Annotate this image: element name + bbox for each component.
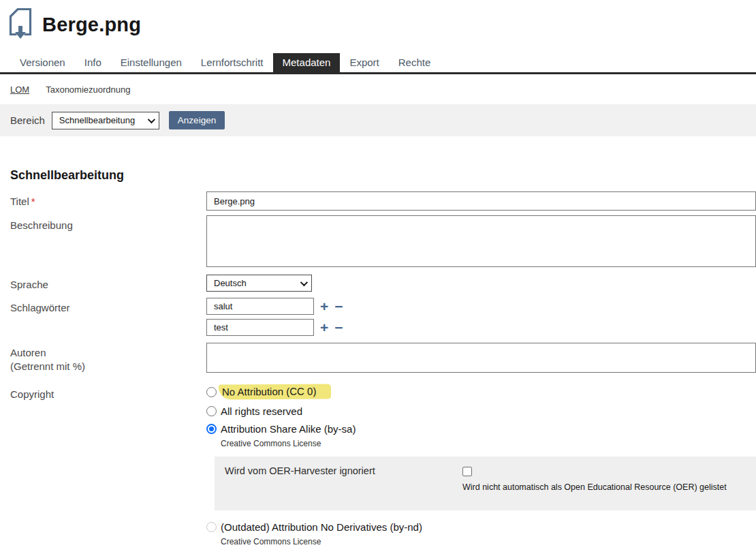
- sprache-label: Sprache: [0, 275, 206, 292]
- page-header: Berge.png: [0, 0, 756, 42]
- cc-license-note: Creative Commons License: [221, 537, 756, 546]
- remove-keyword-minus-icon[interactable]: −: [334, 300, 343, 313]
- sprache-select[interactable]: Deutsch: [206, 275, 312, 292]
- radio-by-sa[interactable]: [206, 424, 217, 434]
- form-row-beschreibung: Beschreibung: [0, 215, 756, 270]
- copyright-option-by-sa: Attribution Share Alike (by-sa): [206, 423, 756, 435]
- oer-harvester-control: Wird nicht automatisch als Open Educatio…: [462, 465, 727, 492]
- tab-info[interactable]: Info: [75, 53, 111, 72]
- cc-license-note: Creative Commons License: [221, 439, 756, 448]
- autoren-label: Autoren (Getrennt mit %): [0, 343, 206, 373]
- option-label[interactable]: All rights reserved: [221, 405, 302, 417]
- page-title: Berge.png: [42, 14, 141, 36]
- required-asterisk: *: [31, 196, 35, 207]
- tab-bar: Versionen Info Einstellungen Lernfortsch…: [0, 53, 756, 74]
- tab-lernfortschritt[interactable]: Lernfortschritt: [191, 53, 273, 72]
- bereich-select[interactable]: Schnellbearbeitung: [52, 112, 159, 129]
- beschreibung-textarea[interactable]: [206, 215, 756, 267]
- keyword-input-2[interactable]: [206, 319, 314, 336]
- keyword-line: + −: [206, 298, 756, 315]
- subtab-taxonomiezuordnung[interactable]: Taxonomiezuordnung: [46, 84, 130, 95]
- subtab-lom[interactable]: LOM: [10, 84, 29, 95]
- option-label[interactable]: Attribution Share Alike (by-sa): [221, 423, 356, 435]
- oer-harvester-label: Wird vom OER-Harvester ignoriert: [225, 465, 462, 492]
- highlighted-option-label[interactable]: No Attribution (CC 0): [219, 384, 332, 399]
- copyright-option-by-nd: (Outdated) Attribution No Derivatives (b…: [206, 521, 756, 533]
- autoren-sublabel: (Getrennt mit %): [10, 360, 200, 373]
- titel-input[interactable]: [206, 191, 756, 211]
- schlagwoerter-label: Schlagwörter: [0, 298, 206, 340]
- bereich-select-value: Schnellbearbeitung: [59, 115, 135, 125]
- form-row-sprache: Sprache Deutsch: [0, 275, 756, 292]
- chevron-down-icon: [300, 278, 308, 285]
- form-row-titel: Titel*: [0, 191, 756, 211]
- add-keyword-plus-icon[interactable]: +: [320, 322, 328, 334]
- form-row-schlagwoerter: Schlagwörter + − + −: [0, 298, 756, 340]
- sprache-select-value: Deutsch: [214, 278, 247, 288]
- subtab-bar: LOM Taxonomiezuordnung: [0, 74, 756, 104]
- bereich-toolbar: Bereich Schnellbearbeitung Anzeigen: [0, 104, 756, 136]
- anzeigen-button[interactable]: Anzeigen: [169, 111, 225, 129]
- copyright-label: Copyright: [0, 384, 206, 555]
- radio-by-nd[interactable]: [206, 522, 217, 532]
- oer-harvester-byline: Wird nicht automatisch als Open Educatio…: [462, 482, 727, 492]
- radio-all-rights[interactable]: [206, 406, 217, 416]
- keyword-line: + −: [206, 319, 756, 336]
- bereich-label: Bereich: [10, 114, 45, 126]
- tab-export[interactable]: Export: [340, 53, 388, 72]
- chevron-down-icon: [148, 115, 155, 123]
- section-heading: Schnellbearbeitung: [10, 168, 756, 183]
- tab-einstellungen[interactable]: Einstellungen: [111, 53, 191, 72]
- remove-keyword-minus-icon[interactable]: −: [334, 322, 343, 334]
- metadata-page: Berge.png Versionen Info Einstellungen L…: [0, 0, 756, 556]
- tab-metadaten[interactable]: Metadaten: [273, 53, 341, 72]
- radio-cc0[interactable]: [206, 387, 217, 397]
- copyright-option-all-rights: All rights reserved: [206, 405, 756, 417]
- oer-harvester-checkbox[interactable]: [462, 467, 472, 476]
- file-download-icon: [7, 7, 34, 42]
- titel-label: Titel*: [0, 191, 206, 211]
- form-row-copyright: Copyright No Attribution (CC 0) All righ…: [0, 384, 756, 555]
- form-row-autoren: Autoren (Getrennt mit %): [0, 343, 756, 373]
- autoren-input[interactable]: [206, 343, 756, 373]
- beschreibung-label: Beschreibung: [0, 215, 206, 270]
- add-keyword-plus-icon[interactable]: +: [320, 300, 328, 313]
- copyright-option-cc0: No Attribution (CC 0): [206, 384, 756, 399]
- tab-rechte[interactable]: Rechte: [389, 53, 441, 72]
- oer-harvester-panel: Wird vom OER-Harvester ignoriert Wird ni…: [215, 457, 756, 510]
- keyword-input-1[interactable]: [206, 298, 314, 315]
- option-label[interactable]: (Outdated) Attribution No Derivatives (b…: [221, 521, 422, 533]
- tab-versionen[interactable]: Versionen: [10, 53, 75, 72]
